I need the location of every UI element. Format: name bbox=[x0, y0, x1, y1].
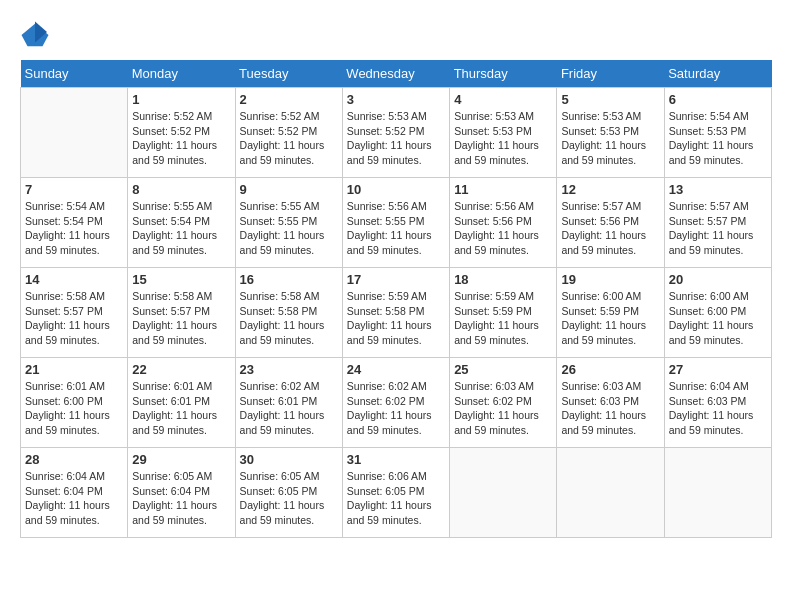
day-number: 14 bbox=[25, 272, 123, 287]
day-number: 23 bbox=[240, 362, 338, 377]
day-info: Sunrise: 6:01 AMSunset: 6:01 PMDaylight:… bbox=[132, 379, 230, 438]
day-info: Sunrise: 5:58 AMSunset: 5:57 PMDaylight:… bbox=[25, 289, 123, 348]
day-number: 21 bbox=[25, 362, 123, 377]
weekday-header-wednesday: Wednesday bbox=[342, 60, 449, 88]
day-info: Sunrise: 5:57 AMSunset: 5:56 PMDaylight:… bbox=[561, 199, 659, 258]
day-number: 28 bbox=[25, 452, 123, 467]
weekday-header-saturday: Saturday bbox=[664, 60, 771, 88]
day-info: Sunrise: 5:59 AMSunset: 5:59 PMDaylight:… bbox=[454, 289, 552, 348]
calendar-cell: 25Sunrise: 6:03 AMSunset: 6:02 PMDayligh… bbox=[450, 358, 557, 448]
day-info: Sunrise: 5:58 AMSunset: 5:57 PMDaylight:… bbox=[132, 289, 230, 348]
day-number: 31 bbox=[347, 452, 445, 467]
day-number: 10 bbox=[347, 182, 445, 197]
weekday-header-friday: Friday bbox=[557, 60, 664, 88]
calendar-cell: 17Sunrise: 5:59 AMSunset: 5:58 PMDayligh… bbox=[342, 268, 449, 358]
day-number: 25 bbox=[454, 362, 552, 377]
weekday-header-monday: Monday bbox=[128, 60, 235, 88]
calendar-cell bbox=[450, 448, 557, 538]
calendar-cell: 2Sunrise: 5:52 AMSunset: 5:52 PMDaylight… bbox=[235, 88, 342, 178]
day-number: 22 bbox=[132, 362, 230, 377]
day-info: Sunrise: 6:02 AMSunset: 6:01 PMDaylight:… bbox=[240, 379, 338, 438]
calendar-week-row: 1Sunrise: 5:52 AMSunset: 5:52 PMDaylight… bbox=[21, 88, 772, 178]
day-number: 27 bbox=[669, 362, 767, 377]
day-number: 6 bbox=[669, 92, 767, 107]
calendar-week-row: 14Sunrise: 5:58 AMSunset: 5:57 PMDayligh… bbox=[21, 268, 772, 358]
calendar-cell: 6Sunrise: 5:54 AMSunset: 5:53 PMDaylight… bbox=[664, 88, 771, 178]
calendar-cell: 3Sunrise: 5:53 AMSunset: 5:52 PMDaylight… bbox=[342, 88, 449, 178]
calendar-cell: 23Sunrise: 6:02 AMSunset: 6:01 PMDayligh… bbox=[235, 358, 342, 448]
calendar-cell: 1Sunrise: 5:52 AMSunset: 5:52 PMDaylight… bbox=[128, 88, 235, 178]
day-info: Sunrise: 5:57 AMSunset: 5:57 PMDaylight:… bbox=[669, 199, 767, 258]
calendar-cell: 15Sunrise: 5:58 AMSunset: 5:57 PMDayligh… bbox=[128, 268, 235, 358]
day-number: 29 bbox=[132, 452, 230, 467]
calendar-cell: 14Sunrise: 5:58 AMSunset: 5:57 PMDayligh… bbox=[21, 268, 128, 358]
calendar-cell: 27Sunrise: 6:04 AMSunset: 6:03 PMDayligh… bbox=[664, 358, 771, 448]
calendar-cell: 7Sunrise: 5:54 AMSunset: 5:54 PMDaylight… bbox=[21, 178, 128, 268]
calendar-cell: 5Sunrise: 5:53 AMSunset: 5:53 PMDaylight… bbox=[557, 88, 664, 178]
day-info: Sunrise: 5:52 AMSunset: 5:52 PMDaylight:… bbox=[132, 109, 230, 168]
day-info: Sunrise: 5:53 AMSunset: 5:53 PMDaylight:… bbox=[561, 109, 659, 168]
calendar-week-row: 28Sunrise: 6:04 AMSunset: 6:04 PMDayligh… bbox=[21, 448, 772, 538]
day-number: 19 bbox=[561, 272, 659, 287]
calendar-cell: 22Sunrise: 6:01 AMSunset: 6:01 PMDayligh… bbox=[128, 358, 235, 448]
day-number: 1 bbox=[132, 92, 230, 107]
day-info: Sunrise: 5:53 AMSunset: 5:52 PMDaylight:… bbox=[347, 109, 445, 168]
calendar-cell: 20Sunrise: 6:00 AMSunset: 6:00 PMDayligh… bbox=[664, 268, 771, 358]
calendar-cell: 9Sunrise: 5:55 AMSunset: 5:55 PMDaylight… bbox=[235, 178, 342, 268]
calendar-cell: 10Sunrise: 5:56 AMSunset: 5:55 PMDayligh… bbox=[342, 178, 449, 268]
day-number: 8 bbox=[132, 182, 230, 197]
day-info: Sunrise: 6:02 AMSunset: 6:02 PMDaylight:… bbox=[347, 379, 445, 438]
day-number: 30 bbox=[240, 452, 338, 467]
day-info: Sunrise: 6:06 AMSunset: 6:05 PMDaylight:… bbox=[347, 469, 445, 528]
day-info: Sunrise: 5:54 AMSunset: 5:53 PMDaylight:… bbox=[669, 109, 767, 168]
calendar-week-row: 21Sunrise: 6:01 AMSunset: 6:00 PMDayligh… bbox=[21, 358, 772, 448]
day-number: 16 bbox=[240, 272, 338, 287]
day-info: Sunrise: 6:00 AMSunset: 5:59 PMDaylight:… bbox=[561, 289, 659, 348]
day-number: 5 bbox=[561, 92, 659, 107]
day-info: Sunrise: 5:55 AMSunset: 5:54 PMDaylight:… bbox=[132, 199, 230, 258]
day-info: Sunrise: 5:54 AMSunset: 5:54 PMDaylight:… bbox=[25, 199, 123, 258]
calendar-table: SundayMondayTuesdayWednesdayThursdayFrid… bbox=[20, 60, 772, 538]
day-info: Sunrise: 5:58 AMSunset: 5:58 PMDaylight:… bbox=[240, 289, 338, 348]
day-info: Sunrise: 6:05 AMSunset: 6:05 PMDaylight:… bbox=[240, 469, 338, 528]
weekday-header-tuesday: Tuesday bbox=[235, 60, 342, 88]
calendar-cell: 13Sunrise: 5:57 AMSunset: 5:57 PMDayligh… bbox=[664, 178, 771, 268]
calendar-cell: 12Sunrise: 5:57 AMSunset: 5:56 PMDayligh… bbox=[557, 178, 664, 268]
day-info: Sunrise: 6:04 AMSunset: 6:04 PMDaylight:… bbox=[25, 469, 123, 528]
calendar-cell bbox=[664, 448, 771, 538]
calendar-cell bbox=[21, 88, 128, 178]
day-info: Sunrise: 5:59 AMSunset: 5:58 PMDaylight:… bbox=[347, 289, 445, 348]
day-number: 20 bbox=[669, 272, 767, 287]
day-number: 2 bbox=[240, 92, 338, 107]
calendar-cell bbox=[557, 448, 664, 538]
day-info: Sunrise: 5:55 AMSunset: 5:55 PMDaylight:… bbox=[240, 199, 338, 258]
day-info: Sunrise: 6:01 AMSunset: 6:00 PMDaylight:… bbox=[25, 379, 123, 438]
calendar-cell: 30Sunrise: 6:05 AMSunset: 6:05 PMDayligh… bbox=[235, 448, 342, 538]
day-number: 9 bbox=[240, 182, 338, 197]
day-info: Sunrise: 5:53 AMSunset: 5:53 PMDaylight:… bbox=[454, 109, 552, 168]
calendar-cell: 19Sunrise: 6:00 AMSunset: 5:59 PMDayligh… bbox=[557, 268, 664, 358]
logo bbox=[20, 20, 52, 50]
day-number: 3 bbox=[347, 92, 445, 107]
calendar-cell: 24Sunrise: 6:02 AMSunset: 6:02 PMDayligh… bbox=[342, 358, 449, 448]
day-info: Sunrise: 5:56 AMSunset: 5:56 PMDaylight:… bbox=[454, 199, 552, 258]
calendar-cell: 11Sunrise: 5:56 AMSunset: 5:56 PMDayligh… bbox=[450, 178, 557, 268]
calendar-cell: 29Sunrise: 6:05 AMSunset: 6:04 PMDayligh… bbox=[128, 448, 235, 538]
day-info: Sunrise: 6:00 AMSunset: 6:00 PMDaylight:… bbox=[669, 289, 767, 348]
day-number: 12 bbox=[561, 182, 659, 197]
calendar-cell: 18Sunrise: 5:59 AMSunset: 5:59 PMDayligh… bbox=[450, 268, 557, 358]
calendar-cell: 16Sunrise: 5:58 AMSunset: 5:58 PMDayligh… bbox=[235, 268, 342, 358]
calendar-cell: 8Sunrise: 5:55 AMSunset: 5:54 PMDaylight… bbox=[128, 178, 235, 268]
day-info: Sunrise: 5:56 AMSunset: 5:55 PMDaylight:… bbox=[347, 199, 445, 258]
calendar-cell: 4Sunrise: 5:53 AMSunset: 5:53 PMDaylight… bbox=[450, 88, 557, 178]
page-header bbox=[20, 20, 772, 50]
calendar-week-row: 7Sunrise: 5:54 AMSunset: 5:54 PMDaylight… bbox=[21, 178, 772, 268]
weekday-header-thursday: Thursday bbox=[450, 60, 557, 88]
day-info: Sunrise: 6:04 AMSunset: 6:03 PMDaylight:… bbox=[669, 379, 767, 438]
day-number: 17 bbox=[347, 272, 445, 287]
day-info: Sunrise: 6:03 AMSunset: 6:02 PMDaylight:… bbox=[454, 379, 552, 438]
day-number: 18 bbox=[454, 272, 552, 287]
day-number: 4 bbox=[454, 92, 552, 107]
logo-icon bbox=[20, 20, 50, 50]
calendar-cell: 26Sunrise: 6:03 AMSunset: 6:03 PMDayligh… bbox=[557, 358, 664, 448]
